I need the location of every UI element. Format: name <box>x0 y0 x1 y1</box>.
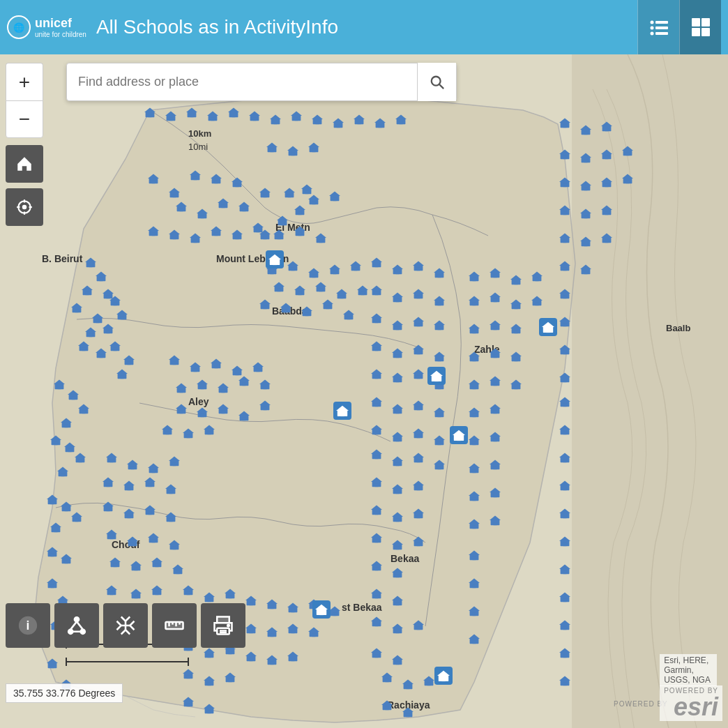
svg-rect-876 <box>441 678 445 681</box>
print-icon <box>213 615 234 636</box>
svg-rect-858 <box>273 261 276 265</box>
svg-rect-8 <box>692 28 700 36</box>
search-input[interactable] <box>67 75 417 89</box>
unicef-circle-icon: 🌐 <box>7 15 31 39</box>
unicef-tagline: unite for children <box>35 31 86 38</box>
svg-rect-870 <box>457 437 460 441</box>
print-button[interactable] <box>201 603 245 648</box>
list-view-button[interactable] <box>637 0 679 54</box>
svg-rect-867 <box>340 413 344 416</box>
svg-line-890 <box>70 621 77 629</box>
locate-icon <box>15 198 33 216</box>
ruler-button[interactable] <box>152 603 197 648</box>
network-button[interactable] <box>54 603 99 648</box>
header: 🌐 unicef unite for children All Schools … <box>0 0 728 54</box>
zoom-out-button[interactable]: − <box>6 100 43 138</box>
home-button[interactable] <box>6 145 43 183</box>
svg-rect-6 <box>692 18 700 26</box>
svg-point-2 <box>650 26 653 30</box>
svg-text:i: i <box>26 619 30 632</box>
arrows-icon <box>115 615 136 636</box>
search-button[interactable] <box>417 63 456 101</box>
grid-view-button[interactable] <box>679 0 721 54</box>
page-title: All Schools as in ActivityInfo <box>96 16 637 38</box>
svg-point-887 <box>75 617 79 621</box>
esri-logo: esri <box>664 695 718 720</box>
svg-marker-860 <box>430 371 443 376</box>
coordinates-value: 35.755 33.776 Degrees <box>13 688 115 699</box>
home-icon <box>15 155 33 173</box>
svg-point-877 <box>431 76 440 85</box>
map-container[interactable]: POWERED BY <box>0 54 728 728</box>
coordinates-display: 35.755 33.776 Degrees <box>6 683 123 703</box>
svg-rect-5 <box>655 32 668 35</box>
locate-button[interactable] <box>6 188 43 226</box>
svg-line-878 <box>439 84 443 88</box>
map-nav-buttons <box>6 145 43 226</box>
svg-line-891 <box>77 621 83 629</box>
svg-marker-866 <box>336 406 349 411</box>
svg-rect-873 <box>319 612 323 615</box>
svg-rect-11 <box>572 54 728 728</box>
school-icon-large <box>333 402 351 420</box>
svg-marker-869 <box>453 430 465 435</box>
network-icon <box>66 615 87 636</box>
grid-icon <box>690 17 711 38</box>
svg-rect-7 <box>702 18 710 26</box>
school-icon-large <box>434 667 453 685</box>
school-icon-large <box>312 600 331 619</box>
info-icon: i <box>17 615 38 636</box>
ruler-icon <box>164 615 185 636</box>
zoom-in-button[interactable]: + <box>6 63 43 100</box>
header-icons <box>637 0 721 54</box>
search-icon <box>430 75 445 90</box>
arrows-button[interactable] <box>103 603 148 648</box>
unicef-wordmark: unicef <box>35 16 86 31</box>
attribution: POWERED BY esri Esri, HERE, Garmin, USGS… <box>660 685 722 721</box>
school-icon-large <box>450 426 468 444</box>
svg-rect-901 <box>217 617 229 623</box>
svg-point-888 <box>68 630 73 634</box>
svg-rect-861 <box>434 378 438 381</box>
svg-point-4 <box>650 32 653 36</box>
svg-marker-857 <box>268 255 281 259</box>
zoom-controls: + − <box>6 63 43 138</box>
search-bar <box>66 63 457 101</box>
unicef-logo: 🌐 unicef unite for children <box>7 15 86 39</box>
svg-rect-1 <box>655 21 668 24</box>
school-icon-large <box>266 250 284 268</box>
svg-marker-863 <box>542 322 554 327</box>
info-button[interactable]: i <box>6 603 50 648</box>
list-icon <box>649 17 669 38</box>
attribution-sources: Esri, HERE, Garmin, USGS, NGA <box>660 654 717 686</box>
svg-rect-3 <box>655 26 668 29</box>
svg-rect-9 <box>702 28 710 36</box>
school-icon-large <box>539 318 557 336</box>
logo-area: 🌐 unicef unite for children <box>7 15 86 39</box>
svg-point-0 <box>650 21 653 24</box>
svg-point-880 <box>23 206 26 208</box>
svg-point-906 <box>227 625 229 627</box>
scale-mi-label: 10mi <box>188 142 208 152</box>
svg-marker-875 <box>437 671 450 676</box>
school-icon-large <box>427 367 446 385</box>
bottom-toolbar: i <box>6 603 245 648</box>
scale-km-label: 10km <box>188 128 211 139</box>
svg-rect-864 <box>546 329 549 333</box>
svg-marker-872 <box>315 605 328 609</box>
svg-point-889 <box>81 630 85 634</box>
